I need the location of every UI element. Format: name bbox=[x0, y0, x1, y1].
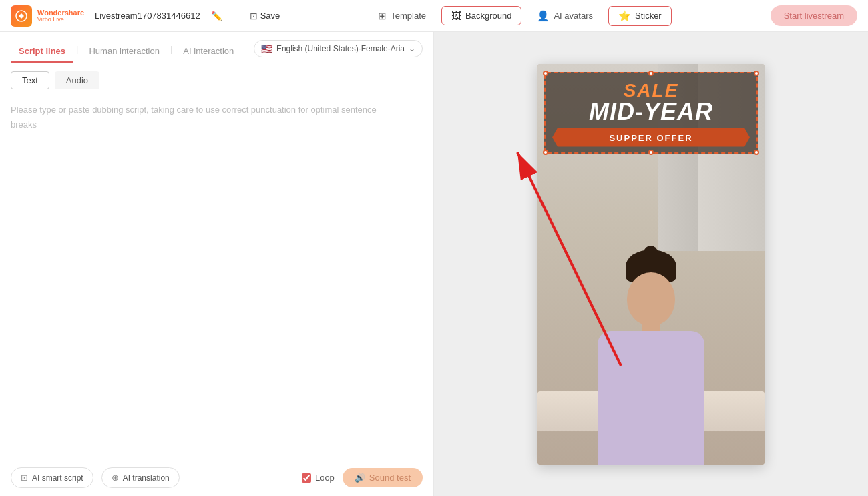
handle-tr bbox=[754, 71, 759, 76]
translation-icon: ⊕ bbox=[112, 473, 119, 483]
main-layout: Script lines | Human interaction | AI in… bbox=[0, 32, 868, 496]
text-button[interactable]: Text bbox=[11, 71, 49, 89]
avatar-torso bbox=[598, 331, 704, 465]
background-icon: 🖼 bbox=[451, 10, 461, 21]
tab-separator-2: | bbox=[168, 44, 175, 54]
handle-tl bbox=[543, 71, 548, 76]
sticker-icon: ⭐ bbox=[618, 10, 631, 22]
mid-year-text: MID-YEAR bbox=[552, 100, 750, 124]
stream-name: Livestream1707831446612 bbox=[95, 11, 200, 21]
tab-human-interaction[interactable]: Human interaction bbox=[81, 41, 168, 63]
ai-smart-script-button[interactable]: ⊡ AI smart script bbox=[11, 467, 93, 488]
right-panel: SALE MID-YEAR SUPPER OFFER bbox=[434, 32, 868, 496]
tab-ai-interaction[interactable]: AI interaction bbox=[175, 41, 242, 63]
supper-offer-text: SUPPER OFFER bbox=[609, 133, 692, 143]
navbar-center: ⊞ Template 🖼 Background 👤 AI avatars ⭐ S… bbox=[288, 6, 751, 26]
sticker-label: Sticker bbox=[635, 11, 662, 21]
background-button[interactable]: 🖼 Background bbox=[441, 6, 521, 25]
ai-avatars-icon: 👤 bbox=[537, 10, 550, 22]
sale-text: SALE bbox=[552, 81, 750, 100]
sale-banner[interactable]: SALE MID-YEAR SUPPER OFFER bbox=[544, 72, 758, 154]
avatar-head bbox=[627, 272, 675, 326]
logo-brand: Wondershare bbox=[37, 9, 84, 17]
handle-br bbox=[754, 150, 759, 155]
loop-checkbox[interactable] bbox=[302, 473, 311, 483]
flag-icon: 🇺🇸 bbox=[261, 43, 272, 54]
loop-area: Loop bbox=[302, 473, 335, 483]
sound-test-button[interactable]: 🔊 Sound test bbox=[343, 468, 423, 487]
logo-text: Wondershare Virbo Live bbox=[37, 9, 84, 23]
supper-offer-bar: SUPPER OFFER bbox=[552, 128, 750, 147]
start-livestream-button[interactable]: Start livestream bbox=[771, 5, 857, 26]
ai-smart-script-label: AI smart script bbox=[32, 473, 83, 483]
ai-translation-button[interactable]: ⊕ AI translation bbox=[101, 467, 180, 488]
template-icon: ⊞ bbox=[378, 10, 387, 22]
tab-separator: | bbox=[73, 44, 81, 54]
sound-icon: 🔊 bbox=[355, 473, 365, 483]
left-panel: Script lines | Human interaction | AI in… bbox=[0, 32, 434, 496]
handle-bl bbox=[543, 150, 548, 155]
ai-avatars-label: AI avatars bbox=[554, 11, 593, 21]
tab-script-lines[interactable]: Script lines bbox=[11, 41, 73, 63]
bottom-bar: ⊡ AI smart script ⊕ AI translation Loop … bbox=[0, 459, 433, 496]
ai-avatars-button[interactable]: 👤 AI avatars bbox=[527, 6, 603, 26]
tabs-row: Script lines | Human interaction | AI in… bbox=[0, 32, 433, 63]
logo-sub: Virbo Live bbox=[37, 17, 84, 23]
handle-bm bbox=[648, 150, 654, 155]
divider bbox=[236, 9, 236, 23]
audio-button[interactable]: Audio bbox=[55, 71, 99, 89]
app-logo-icon bbox=[11, 5, 32, 27]
save-icon: ⊡ bbox=[250, 11, 258, 21]
chevron-down-icon: ⌄ bbox=[409, 44, 415, 53]
edit-icon[interactable]: ✏️ bbox=[211, 11, 222, 21]
template-label: Template bbox=[391, 11, 426, 21]
script-textarea[interactable] bbox=[11, 103, 423, 453]
script-area: Please type or paste dubbing script, tak… bbox=[0, 97, 433, 459]
smart-script-icon: ⊡ bbox=[21, 473, 28, 483]
handle-tm bbox=[648, 71, 654, 76]
template-button[interactable]: ⊞ Template bbox=[368, 6, 436, 26]
logo-area: Wondershare Virbo Live bbox=[11, 5, 84, 27]
ai-translation-label: AI translation bbox=[123, 473, 170, 483]
save-label: Save bbox=[260, 11, 280, 21]
lang-label: English (United States)-Female-Aria bbox=[276, 44, 405, 53]
sound-test-label: Sound test bbox=[369, 473, 411, 483]
background-label: Background bbox=[465, 11, 511, 21]
text-audio-row: Text Audio bbox=[0, 63, 433, 97]
navbar: Wondershare Virbo Live Livestream1707831… bbox=[0, 0, 868, 32]
language-selector[interactable]: 🇺🇸 English (United States)-Female-Aria ⌄ bbox=[254, 40, 423, 57]
preview-canvas: SALE MID-YEAR SUPPER OFFER bbox=[537, 64, 765, 465]
avatar-figure bbox=[578, 238, 724, 465]
loop-label: Loop bbox=[315, 473, 335, 483]
save-button[interactable]: ⊡ Save bbox=[250, 11, 280, 21]
sticker-button[interactable]: ⭐ Sticker bbox=[608, 6, 672, 26]
avatar-body bbox=[584, 251, 718, 465]
